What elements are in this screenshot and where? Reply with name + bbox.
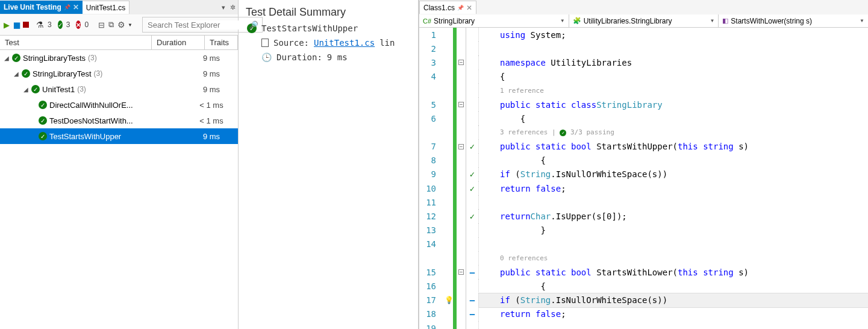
code-line[interactable]: return Char.IsUpper(s[0]);	[478, 209, 868, 223]
flask-icon[interactable]: ⚗	[36, 20, 44, 30]
code-line[interactable]: return false;	[478, 307, 868, 321]
pin-icon[interactable]: 📌	[64, 4, 70, 10]
detail-source-row: Source: UnitTest1.cs lin	[239, 36, 418, 50]
code-line[interactable]	[478, 321, 868, 329]
chevron-down-icon: ▼	[560, 18, 565, 24]
pass-icon: ✓	[31, 85, 40, 93]
pause-button[interactable]: ▮▮	[13, 20, 19, 30]
fold-gutter[interactable]: −−−−	[457, 28, 466, 329]
test-explorer-panel: Live Unit Testing 📌 ✕ UnitTest1.cs ▾ ✲ ▶…	[0, 0, 239, 329]
settings-button[interactable]: ⚙	[117, 20, 125, 30]
test-name: StringLibraryTest	[33, 69, 92, 78]
tab-class1[interactable]: Class1.cs 📌 ✕	[419, 1, 476, 14]
code-line[interactable]: public static bool StartsWithLower(this …	[478, 265, 868, 279]
test-row[interactable]: ✓ TestStartsWithUpper 9 ms	[0, 128, 238, 144]
code-line[interactable]: {	[478, 154, 868, 168]
tab-live-unit-testing[interactable]: Live Unit Testing 📌 ✕	[0, 1, 83, 14]
col-traits[interactable]: Traits	[205, 36, 238, 49]
playlist-button[interactable]: ⧉	[108, 20, 114, 30]
chevron-down-icon[interactable]: ▼	[128, 22, 133, 28]
test-duration: 9 ms	[185, 85, 238, 94]
code-line[interactable]: }	[478, 224, 868, 237]
test-tree[interactable]: ◢✓ StringLibraryTests (3)9 ms◢✓ StringLi…	[0, 50, 238, 329]
test-row[interactable]: ◢✓ StringLibraryTests (3)9 ms	[0, 50, 238, 66]
covered-icon: ✓	[470, 169, 475, 179]
code-line[interactable]: if (String.IsNullOrWhiteSpace(s))	[478, 168, 868, 181]
test-duration: < 1 ms	[185, 116, 238, 125]
covered-icon: ✓	[470, 212, 475, 221]
close-icon[interactable]: ✕	[466, 4, 472, 12]
pass-icon[interactable]: ✓	[58, 20, 63, 29]
code-line[interactable]: 0 references	[478, 251, 868, 265]
class-icon: 🧩	[573, 17, 581, 25]
code-line[interactable]: public static bool StartsWithUpper(this …	[478, 140, 868, 154]
code-line[interactable]: {	[478, 70, 868, 84]
test-name: DirectCallWithNullOrE...	[49, 101, 133, 110]
group-button[interactable]: ⊟	[98, 20, 105, 30]
code-line[interactable]: if (String.IsNullOrWhiteSpace(s))	[478, 293, 868, 307]
test-count: (3)	[77, 85, 86, 93]
pass-icon: ✓	[39, 116, 47, 125]
test-row[interactable]: ◢✓ UnitTest1 (3)9 ms	[0, 81, 238, 97]
code-editor[interactable]: 12345678910111213141516171819 💡 −−−− ✓✓✓…	[419, 28, 868, 329]
gear-icon[interactable]: ✲	[228, 4, 238, 11]
test-row[interactable]: ◢✓ StringLibraryTest (3)9 ms	[0, 66, 238, 81]
search-icon[interactable]: 🔍	[249, 20, 258, 30]
lightbulb-gutter: 💡	[445, 28, 453, 329]
play-button[interactable]: ▶	[4, 20, 10, 30]
code-lens[interactable]: 0 references	[500, 254, 548, 262]
code-lens[interactable]: 1 reference	[500, 87, 544, 95]
fail-count: 0	[84, 20, 89, 29]
code-line[interactable]: using System;	[478, 28, 868, 42]
col-test[interactable]: Test	[0, 36, 152, 49]
nav-class[interactable]: 🧩 UtilityLibraries.StringLibrary ▼	[569, 14, 719, 27]
code-lens[interactable]: 3 references | ✓ 3/3 passing	[500, 128, 614, 136]
code-line[interactable]: {	[478, 111, 868, 125]
test-duration: 9 ms	[185, 54, 238, 63]
test-count: (3)	[94, 69, 103, 78]
uncovered-icon: —	[470, 295, 475, 305]
code-line[interactable]: 1 reference	[478, 84, 868, 98]
uncovered-icon: —	[470, 268, 475, 277]
detail-title: Test Detail Summary	[239, 0, 418, 21]
test-duration: < 1 ms	[185, 101, 238, 110]
covered-icon: ✓	[470, 184, 475, 193]
check-gutter: ✓✓✓✓———	[466, 28, 478, 329]
close-icon[interactable]: ✕	[73, 3, 79, 11]
csharp-icon: C#	[423, 17, 431, 25]
code-line[interactable]: {	[478, 279, 868, 293]
nav-c-label: StartsWithLower(string s)	[731, 17, 812, 25]
code-line[interactable]	[478, 237, 868, 251]
code-line[interactable]	[478, 195, 868, 209]
code-line[interactable]: return false;	[478, 181, 868, 195]
pass-icon: ✓	[12, 54, 20, 62]
code-line[interactable]: 3 references | ✓ 3/3 passing	[478, 125, 868, 139]
test-row[interactable]: ✓ TestDoesNotStartWith... < 1 ms	[0, 113, 238, 128]
fold-icon[interactable]: −	[458, 60, 464, 65]
clock-icon: 🕒	[261, 52, 272, 62]
code-line[interactable]	[478, 42, 868, 55]
duration-value: 9 ms	[327, 52, 348, 62]
fold-icon[interactable]: −	[458, 269, 464, 275]
test-row[interactable]: ✓ DirectCallWithNullOrE... < 1 ms	[0, 97, 238, 113]
code-line[interactable]: public static class StringLibrary	[478, 98, 868, 111]
source-link[interactable]: UnitTest1.cs	[314, 38, 375, 48]
test-duration: 9 ms	[185, 69, 238, 78]
col-duration[interactable]: Duration	[152, 36, 205, 49]
code-line[interactable]: namespace UtilityLibraries	[478, 55, 868, 69]
code-area[interactable]: using System;namespace UtilityLibraries{…	[478, 28, 868, 329]
dropdown-icon[interactable]: ▾	[219, 4, 228, 11]
pass-icon: ✓	[39, 101, 47, 109]
source-suffix: lin	[379, 38, 395, 48]
fold-icon[interactable]: −	[458, 102, 464, 107]
pass-count: 3	[66, 20, 70, 29]
fail-icon[interactable]: ✕	[76, 20, 81, 29]
nav-project[interactable]: C# StringLibrary ▼	[419, 14, 569, 27]
fold-icon[interactable]: −	[458, 144, 464, 149]
lightbulb-icon[interactable]: 💡	[445, 296, 454, 304]
search-input[interactable]	[148, 20, 249, 30]
stop-button[interactable]	[23, 20, 29, 30]
pin-icon[interactable]: 📌	[457, 5, 464, 11]
nav-member[interactable]: ◧ StartsWithLower(string s) ▼	[719, 14, 868, 27]
tab-unittest1[interactable]: UnitTest1.cs	[83, 1, 130, 14]
